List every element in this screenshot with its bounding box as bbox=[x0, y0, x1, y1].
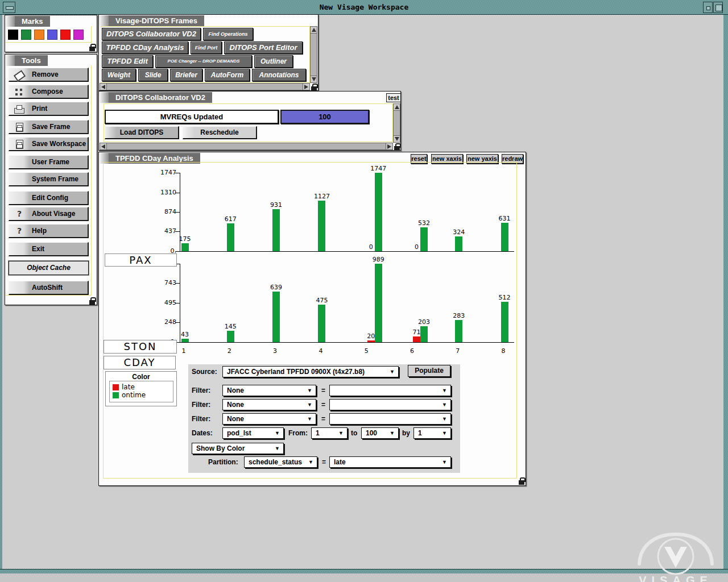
legend-item-ontime[interactable]: ontime bbox=[110, 392, 173, 399]
color-swatch[interactable] bbox=[47, 30, 57, 40]
minimize-button[interactable] bbox=[703, 2, 713, 13]
bar-ontime[interactable] bbox=[420, 227, 428, 251]
tool-button-help[interactable]: ?Help bbox=[9, 224, 89, 238]
scroll-up-button[interactable] bbox=[310, 26, 317, 34]
tool-button-remove[interactable]: Remove bbox=[9, 68, 89, 82]
from-dropdown[interactable]: 1 bbox=[311, 427, 348, 439]
show-by-dropdown[interactable]: Show By Color bbox=[192, 443, 284, 454]
tool-button-compose[interactable]: Compose bbox=[9, 85, 89, 99]
tool-button-about-visage[interactable]: ?About Visage bbox=[9, 207, 89, 221]
filter-field-dropdown[interactable]: None bbox=[222, 385, 316, 396]
populate-button[interactable]: Populate bbox=[408, 365, 450, 377]
frame-button-find-port[interactable]: Find Port bbox=[191, 41, 222, 54]
window-menu-button[interactable] bbox=[3, 2, 15, 13]
frame-button-tpfdd-edit[interactable]: TPFDD Edit bbox=[102, 55, 153, 68]
bar-ontime[interactable] bbox=[318, 201, 325, 251]
vertical-scrollbar[interactable] bbox=[310, 26, 317, 83]
frame-button-briefer[interactable]: Briefer bbox=[170, 69, 202, 81]
frame-button-poe-changer-drop-demands[interactable]: POE Changer -- DROP DEMANDS bbox=[155, 55, 252, 68]
frame-button-tpfdd-cday-analysis[interactable]: TPFDD CDay Analysis bbox=[102, 41, 188, 54]
bar-ontime[interactable] bbox=[181, 243, 189, 251]
bar-ontime[interactable] bbox=[455, 236, 462, 251]
color-swatch[interactable] bbox=[34, 30, 44, 40]
x-axis-label-cday[interactable]: CDAY bbox=[104, 356, 176, 369]
tool-button-system-frame[interactable]: System Frame bbox=[9, 172, 89, 186]
tool-button-edit-config[interactable]: Edit Config bbox=[9, 191, 89, 205]
dates-dropdown[interactable]: pod_lst bbox=[222, 427, 284, 439]
bar-value-label: 475 bbox=[308, 297, 336, 304]
bar-ontime[interactable] bbox=[272, 209, 280, 251]
lock-icon[interactable] bbox=[89, 297, 96, 305]
partition-value-dropdown[interactable]: late bbox=[329, 456, 451, 468]
lock-icon[interactable] bbox=[89, 44, 96, 51]
source-dropdown[interactable]: JFACC Cyberland TPFDD 0900X (t4x27.b8) bbox=[222, 366, 399, 377]
frame-button-annotations[interactable]: Annotations bbox=[252, 69, 306, 81]
to-dropdown[interactable]: 100 bbox=[361, 427, 399, 439]
horizontal-scrollbar[interactable] bbox=[100, 143, 393, 150]
bar-late[interactable] bbox=[367, 340, 375, 342]
tool-button-autoshift[interactable]: AutoShift bbox=[9, 281, 89, 295]
lock-icon[interactable] bbox=[394, 143, 400, 151]
marks-titlebar[interactable]: Marks bbox=[6, 16, 96, 27]
bar-ontime[interactable] bbox=[455, 320, 462, 342]
filter-value-dropdown[interactable] bbox=[329, 413, 451, 425]
partition-dropdown[interactable]: schedule_status bbox=[244, 456, 317, 468]
filter-field-dropdown[interactable]: None bbox=[222, 399, 316, 410]
bar-ontime[interactable] bbox=[181, 339, 189, 342]
tool-button-print[interactable]: Print bbox=[9, 102, 89, 116]
frame-button-ditops-collaborator-vd2[interactable]: DITOPS Collaborator VD2 bbox=[102, 28, 201, 40]
horizontal-scrollbar[interactable] bbox=[100, 83, 310, 90]
frame-button-find-operations[interactable]: Find Operations bbox=[203, 28, 253, 40]
color-swatch[interactable] bbox=[21, 30, 31, 40]
y-axis-label-ston[interactable]: STON bbox=[104, 340, 177, 354]
load-ditops-button[interactable]: Load DITOPS bbox=[105, 126, 179, 139]
vertical-scrollbar[interactable] bbox=[393, 103, 400, 143]
frame-button-ditops-port-editor[interactable]: DITOPS Port Editor bbox=[224, 41, 303, 54]
scroll-down-button[interactable] bbox=[393, 135, 400, 143]
bar-ontime[interactable] bbox=[501, 302, 508, 342]
bar-ontime[interactable] bbox=[501, 223, 508, 251]
bar-ontime[interactable] bbox=[420, 326, 428, 342]
legend-item-late[interactable]: late bbox=[110, 384, 173, 391]
reschedule-button[interactable]: Reschedule bbox=[183, 126, 257, 139]
frame-button-outliner[interactable]: Outliner bbox=[254, 55, 293, 68]
tool-button-save-workspace[interactable]: Save Workspace bbox=[9, 137, 89, 151]
frame-button-autoform[interactable]: AutoForm bbox=[205, 69, 250, 81]
filter-value-dropdown[interactable] bbox=[329, 399, 451, 410]
lock-icon[interactable] bbox=[311, 84, 317, 91]
scroll-up-button[interactable] bbox=[393, 103, 400, 111]
scroll-right-button[interactable] bbox=[303, 83, 310, 90]
bar-ontime[interactable] bbox=[375, 173, 382, 251]
filter-value-dropdown[interactable] bbox=[329, 385, 451, 396]
color-swatch[interactable] bbox=[8, 30, 18, 40]
bar-late[interactable] bbox=[413, 336, 420, 342]
bar-ontime[interactable] bbox=[272, 292, 280, 342]
maximize-button[interactable] bbox=[713, 2, 723, 13]
lock-icon[interactable] bbox=[518, 477, 525, 485]
titlebar-grip[interactable] bbox=[100, 92, 109, 103]
y-axis-label-pax[interactable]: PAX bbox=[105, 253, 177, 267]
bar-ontime[interactable] bbox=[227, 331, 234, 342]
workspace-titlebar[interactable]: New Visage Workspace bbox=[0, 0, 728, 15]
bar-ontime[interactable] bbox=[318, 305, 325, 342]
bar-value-label: 931 bbox=[262, 201, 291, 209]
by-dropdown[interactable]: 1 bbox=[413, 427, 451, 439]
scroll-left-button[interactable] bbox=[100, 83, 107, 90]
tool-button-user-frame[interactable]: User Frame bbox=[9, 155, 89, 169]
tool-button-save-frame[interactable]: Save Frame bbox=[9, 120, 89, 134]
scroll-right-button[interactable] bbox=[386, 143, 393, 150]
bar-ontime[interactable] bbox=[375, 264, 382, 342]
filter-field-dropdown[interactable]: None bbox=[222, 413, 316, 425]
scroll-left-button[interactable] bbox=[100, 143, 107, 150]
frame-button-weight[interactable]: Weight bbox=[102, 69, 136, 81]
tool-button-object-cache[interactable]: Object Cache bbox=[9, 261, 89, 275]
frame-button-slide[interactable]: Slide bbox=[138, 69, 168, 81]
titlebar-grip[interactable] bbox=[6, 16, 15, 27]
bar-ontime[interactable] bbox=[227, 223, 234, 251]
color-swatch[interactable] bbox=[73, 30, 84, 40]
collaborator-titlebar[interactable]: DITOPS Collaborator VD2 bbox=[100, 92, 400, 103]
color-swatch[interactable] bbox=[60, 30, 71, 40]
test-tag[interactable]: test bbox=[386, 93, 401, 102]
tool-button-exit[interactable]: Exit bbox=[9, 242, 89, 256]
scroll-down-button[interactable] bbox=[310, 76, 317, 83]
